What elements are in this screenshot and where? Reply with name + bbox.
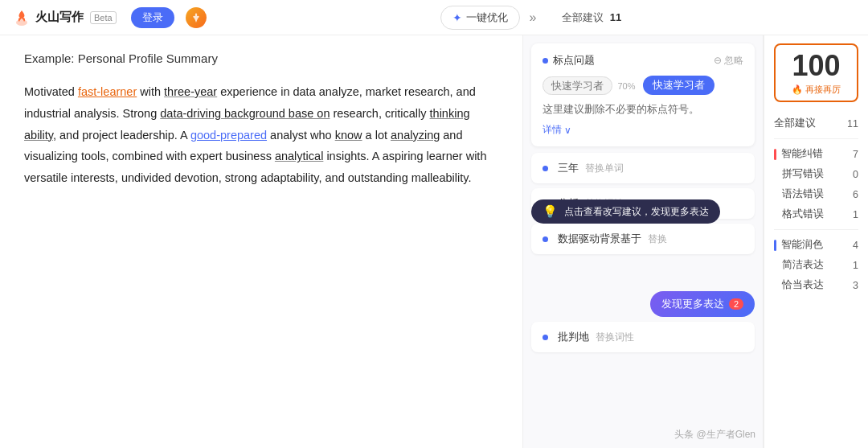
score-sub-text: 再接再厉 bbox=[805, 84, 841, 96]
text-fast-learner: fast-learner bbox=[78, 85, 137, 98]
right-item-concise[interactable]: 简洁表达 1 bbox=[774, 255, 858, 275]
blue-bar-icon bbox=[774, 240, 776, 251]
text-three-year: three-year bbox=[164, 85, 217, 98]
text-good-prepared: good-prepared bbox=[190, 129, 267, 142]
text-with: with bbox=[137, 85, 164, 98]
right-item-smart-color[interactable]: 智能润色 4 bbox=[774, 235, 858, 255]
beta-badge: Beta bbox=[90, 11, 117, 24]
right-item-left: 简洁表达 bbox=[774, 258, 824, 272]
right-item-left: 拼写错误 bbox=[774, 167, 824, 181]
circle-minus-icon: ⊖ bbox=[714, 55, 722, 66]
score-number: 100 bbox=[784, 51, 849, 80]
item-label: 三年 bbox=[558, 161, 579, 175]
suggestion-item-sannian[interactable]: 三年 替换单词 bbox=[531, 153, 755, 183]
right-item-all[interactable]: 全部建议 11 bbox=[774, 113, 858, 134]
item-action: 替换单词 bbox=[585, 162, 624, 175]
right-item-num: 1 bbox=[853, 260, 858, 271]
right-item-left: 恰当表达 bbox=[774, 278, 824, 292]
detail-button[interactable]: 详情 ∨ bbox=[542, 123, 743, 137]
suggested-word[interactable]: 快速学习者 bbox=[643, 76, 714, 95]
item-label: 数据驱动背景基于 bbox=[558, 232, 641, 246]
right-item-label: 拼写错误 bbox=[774, 167, 824, 181]
discover-badge: 2 bbox=[729, 298, 743, 310]
header-center: ✦ 一键优化 » 全部建议 11 bbox=[207, 6, 855, 30]
login-button[interactable]: 登录 bbox=[131, 7, 174, 28]
tooltip-popup: 💡 点击查看改写建议，发现更多表达 bbox=[531, 199, 720, 224]
svg-point-0 bbox=[16, 19, 27, 26]
right-item-format[interactable]: 格式错误 1 bbox=[774, 204, 858, 224]
logo-text: 火山写作 bbox=[35, 10, 84, 25]
text-motivated: Motivated bbox=[24, 85, 78, 98]
right-item-label: 简洁表达 bbox=[774, 258, 824, 272]
card-description: 这里建议删除不必要的标点符号。 bbox=[542, 103, 743, 117]
original-word-container: 快速学习者 70% bbox=[542, 78, 635, 93]
doc-title: Example: Personal Profile Summary bbox=[24, 51, 498, 65]
right-item-num: 11 bbox=[847, 118, 858, 129]
card-header: 标点问题 ⊖ 忽略 bbox=[542, 53, 743, 68]
text-know: know bbox=[335, 129, 362, 142]
right-item-label: 智能纠错 bbox=[781, 147, 823, 161]
suggestion-item-shujudriving[interactable]: 数据驱动背景基于 替换 bbox=[531, 224, 755, 254]
right-item-left: 语法错误 bbox=[774, 187, 824, 201]
tooltip-text: 点击查看改写建议，发现更多表达 bbox=[564, 205, 709, 219]
item-action: 替换 bbox=[648, 232, 667, 246]
suggestion-item-shujudriving-wrapper: 数据驱动背景基于 替换 💡 点击查看改写建议，发现更多表达 bbox=[531, 224, 755, 254]
right-item-left: 智能纠错 bbox=[774, 147, 823, 161]
right-item-num: 6 bbox=[853, 189, 858, 200]
discover-button[interactable]: 发现更多表达 2 bbox=[650, 291, 755, 317]
suggestions-count: 11 bbox=[610, 11, 621, 23]
card-title: 标点问题 bbox=[553, 53, 595, 68]
bulb-icon: 💡 bbox=[542, 204, 558, 219]
discover-btn-wrapper: 发现更多表达 2 bbox=[523, 291, 763, 322]
card-title-area: 标点问题 bbox=[542, 53, 595, 68]
right-item-smart-correct[interactable]: 智能纠错 7 bbox=[774, 144, 858, 164]
divider2 bbox=[774, 229, 858, 230]
main-layout: Example: Personal Profile Summary Motiva… bbox=[0, 35, 868, 448]
detail-label: 详情 bbox=[542, 123, 562, 137]
logo-area: 火山写作 Beta 登录 bbox=[13, 7, 207, 28]
right-item-grammar[interactable]: 语法错误 6 bbox=[774, 184, 858, 204]
optimize-button[interactable]: ✦ 一键优化 bbox=[440, 6, 520, 30]
text-a-lot: a lot bbox=[362, 129, 391, 142]
right-item-left: 格式错误 bbox=[774, 208, 824, 221]
editor-area: Example: Personal Profile Summary Motiva… bbox=[0, 35, 522, 448]
right-item-num: 0 bbox=[853, 169, 858, 180]
original-word: 快速学习者 bbox=[542, 76, 612, 95]
suggestion-card-punctuation: 标点问题 ⊖ 忽略 快速学习者 70% 快速学习者 这里建议删除不必要的标点符号… bbox=[531, 43, 755, 146]
ignore-label: 忽略 bbox=[724, 54, 743, 68]
text-data-driving: data-driving background base on bbox=[160, 107, 330, 120]
logo-icon bbox=[13, 9, 31, 27]
right-item-label: 语法错误 bbox=[774, 187, 824, 201]
more-icon[interactable]: » bbox=[530, 10, 537, 25]
right-item-label: 格式错误 bbox=[774, 208, 824, 221]
suggestion-item-piping[interactable]: 批判地 替换词性 bbox=[531, 322, 755, 352]
score-sub: 🔥 再接再厉 bbox=[784, 84, 849, 96]
header: 火山写作 Beta 登录 ✦ 一键优化 » 全部建议 11 bbox=[0, 0, 868, 35]
chevron-down-icon: ∨ bbox=[564, 125, 571, 136]
right-item-num: 1 bbox=[853, 209, 858, 220]
text-analyzing: analyzing bbox=[391, 129, 440, 142]
fire-icon: 🔥 bbox=[792, 84, 803, 95]
discover-label: 发现更多表达 bbox=[661, 297, 724, 311]
middle-panel: 标点问题 ⊖ 忽略 快速学习者 70% 快速学习者 这里建议删除不必要的标点符号… bbox=[522, 35, 764, 448]
right-item-label: 恰当表达 bbox=[774, 278, 824, 292]
watermark: 头条 @生产者Glen bbox=[674, 428, 755, 442]
item-action: 替换词性 bbox=[596, 331, 634, 344]
score-box: 100 🔥 再接再厉 bbox=[774, 43, 858, 102]
item-dot bbox=[542, 166, 548, 171]
item-dot bbox=[542, 335, 548, 340]
right-item-spelling[interactable]: 拼写错误 0 bbox=[774, 164, 858, 184]
text-analyst: analyst who bbox=[267, 129, 335, 142]
card-dot bbox=[542, 58, 548, 64]
right-item-label: 智能润色 bbox=[781, 238, 823, 252]
word-comparison: 快速学习者 70% 快速学习者 bbox=[542, 76, 743, 95]
right-item-num: 3 bbox=[853, 280, 858, 291]
right-item-label: 全部建议 bbox=[774, 117, 816, 130]
ignore-button[interactable]: ⊖ 忽略 bbox=[714, 54, 743, 68]
right-item-proper[interactable]: 恰当表达 3 bbox=[774, 275, 858, 295]
text-and-project: , and project leadership. A bbox=[53, 129, 190, 142]
red-bar-icon bbox=[774, 149, 776, 160]
item-label: 批判地 bbox=[558, 330, 589, 344]
optimize-label: 一键优化 bbox=[466, 10, 508, 25]
avatar bbox=[186, 7, 207, 28]
